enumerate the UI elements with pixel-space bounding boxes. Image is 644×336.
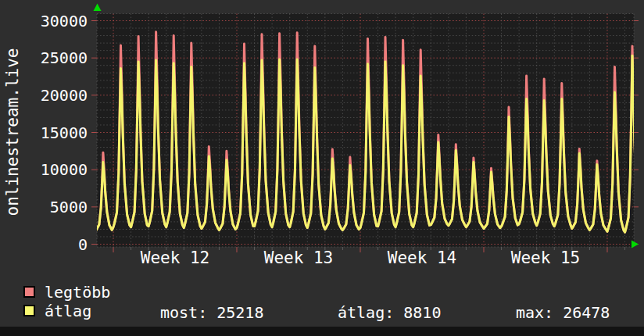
legend-label-avg: átlag — [45, 302, 91, 320]
stat-max: max: 26478 — [516, 304, 610, 321]
x-tick-week-13: Week 13 — [236, 248, 361, 267]
y-tick-0: 0 — [9, 235, 88, 254]
stat-atlag: átlag: 8810 — [338, 304, 441, 321]
bottom-edge-strip — [0, 327, 644, 336]
y-tick-25000: 25000 — [9, 48, 88, 67]
y-tick-20000: 20000 — [9, 86, 88, 105]
y-tick-10000: 10000 — [9, 160, 88, 179]
x-tick-week-14: Week 14 — [360, 248, 485, 267]
stat-most: most: 25218 — [160, 304, 263, 321]
x-tick-week-15: Week 15 — [483, 248, 608, 267]
y-tick-15000: 15000 — [9, 123, 88, 142]
y-tick-30000: 30000 — [9, 12, 88, 30]
x-tick-week-12: Week 12 — [113, 248, 238, 267]
y-tick-5000: 5000 — [9, 198, 88, 216]
legend-label-max: legtöbb — [45, 284, 110, 301]
rrd-graph-screenshot: onlinestream.live 0500010000150002000025… — [0, 0, 644, 336]
legend-swatch-max — [23, 286, 35, 298]
legend-swatch-avg — [23, 305, 35, 316]
